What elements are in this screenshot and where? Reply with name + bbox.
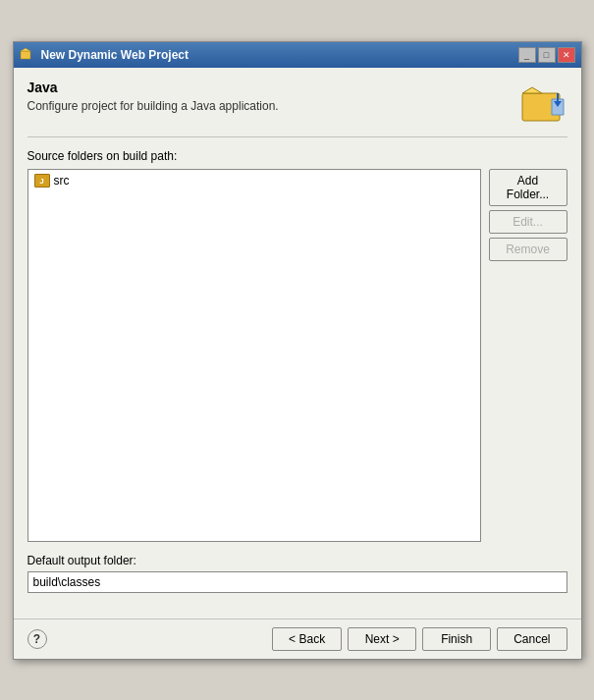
dialog-content: Java Configure project for building a Ja… bbox=[14, 68, 581, 619]
svg-marker-1 bbox=[21, 48, 30, 51]
main-window: New Dynamic Web Project _ □ ✕ Java Confi… bbox=[13, 41, 582, 660]
window-icon bbox=[20, 47, 35, 63]
page-title: Java bbox=[27, 80, 279, 95]
list-item[interactable]: J src bbox=[30, 172, 478, 189]
help-button[interactable]: ? bbox=[27, 629, 47, 649]
output-section: Default output folder: bbox=[27, 554, 567, 593]
header-icon bbox=[520, 80, 567, 127]
next-button[interactable]: Next > bbox=[348, 627, 416, 651]
finish-button[interactable]: Finish bbox=[422, 627, 491, 651]
bottom-bar: ? < Back Next > Finish Cancel bbox=[14, 619, 581, 659]
maximize-button[interactable]: □ bbox=[538, 47, 556, 63]
title-bar-left: New Dynamic Web Project bbox=[20, 47, 189, 63]
output-folder-input[interactable] bbox=[27, 571, 567, 593]
page-description: Configure project for building a Java ap… bbox=[27, 99, 279, 113]
cancel-button[interactable]: Cancel bbox=[497, 627, 567, 651]
source-list[interactable]: J src bbox=[27, 169, 481, 542]
minimize-button[interactable]: _ bbox=[518, 47, 536, 63]
edit-button[interactable]: Edit... bbox=[489, 210, 567, 234]
title-bar-controls: _ □ ✕ bbox=[518, 47, 575, 63]
src-folder-label: src bbox=[54, 174, 70, 188]
side-buttons: Add Folder... Edit... Remove bbox=[489, 169, 567, 542]
back-button[interactable]: < Back bbox=[272, 627, 342, 651]
remove-button[interactable]: Remove bbox=[489, 238, 567, 261]
header-text: Java Configure project for building a Ja… bbox=[27, 80, 279, 113]
src-folder-icon: J bbox=[34, 174, 50, 188]
source-folders-label: Source folders on build path: bbox=[27, 149, 567, 163]
svg-marker-3 bbox=[522, 87, 542, 93]
output-folder-label: Default output folder: bbox=[27, 554, 567, 567]
bottom-buttons: < Back Next > Finish Cancel bbox=[272, 627, 567, 651]
window-title: New Dynamic Web Project bbox=[41, 48, 189, 62]
svg-rect-0 bbox=[21, 51, 30, 59]
folder-icon bbox=[520, 80, 567, 127]
add-folder-button[interactable]: Add Folder... bbox=[489, 169, 567, 206]
header-section: Java Configure project for building a Ja… bbox=[27, 80, 567, 137]
title-bar: New Dynamic Web Project _ □ ✕ bbox=[14, 42, 581, 68]
close-button[interactable]: ✕ bbox=[558, 47, 575, 63]
main-area: J src Add Folder... Edit... Remove bbox=[27, 169, 567, 542]
